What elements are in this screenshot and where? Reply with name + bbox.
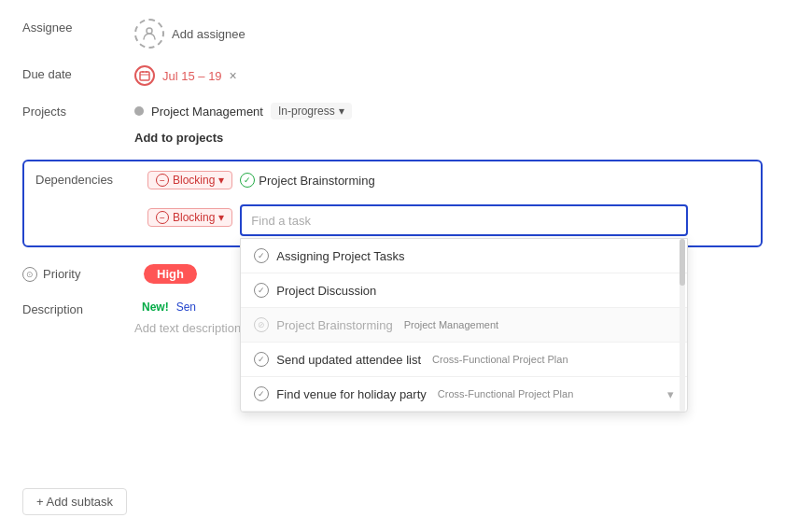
dropdown-item-4[interactable]: ✓ Send updated attendee list Cross-Funct… — [241, 343, 687, 377]
calendar-icon[interactable] — [134, 65, 155, 86]
chevron-down-icon-1: ▾ — [218, 174, 224, 187]
dependencies-rows: − Blocking ▾ ✓ Project Brainstorming − B… — [147, 171, 750, 236]
dependencies-label: Dependencies — [35, 171, 147, 187]
svg-point-0 — [147, 28, 152, 34]
due-date-text[interactable]: Jul 15 – 19 — [162, 69, 222, 83]
status-text: In-progress — [278, 105, 335, 118]
dep-row-2: − Blocking ▾ ✓ Assigning Project Tasks — [147, 204, 750, 236]
item-check-1: ✓ — [254, 248, 269, 263]
project-status-badge[interactable]: In-progress ▾ — [271, 103, 352, 119]
description-label: Description — [22, 301, 134, 316]
minus-icon-2: − — [156, 211, 169, 224]
task-search-input[interactable] — [240, 204, 688, 236]
priority-label: ⊙ Priority — [22, 267, 134, 282]
dropdown-item-2[interactable]: ✓ Project Discussion — [241, 273, 687, 308]
blocking-badge-1[interactable]: − Blocking ▾ — [147, 171, 232, 189]
item-check-2: ✓ — [254, 283, 269, 298]
blocking-text-1: Blocking — [173, 174, 215, 187]
send-link[interactable]: Sen — [176, 301, 196, 314]
dropdown-item-1[interactable]: ✓ Assigning Project Tasks — [241, 239, 687, 273]
due-date-label: Due date — [22, 65, 134, 81]
add-to-projects-button[interactable]: Add to projects — [134, 131, 223, 145]
assignee-label: Assignee — [22, 19, 134, 35]
item-name-2: Project Discussion — [276, 284, 376, 298]
task-panel: Assignee Add assignee Due date — [0, 0, 785, 532]
projects-label: Projects — [22, 103, 134, 119]
task-dropdown: ✓ Assigning Project Tasks ✓ Project Disc… — [240, 238, 688, 413]
assignee-value: Add assignee — [134, 19, 245, 49]
item-check-4: ✓ — [254, 352, 269, 367]
add-assignee-text[interactable]: Add assignee — [172, 27, 245, 41]
new-badge: New! — [142, 301, 169, 314]
dropdown-item-5[interactable]: ✓ Find venue for holiday party Cross-Fun… — [241, 377, 687, 412]
project-dot — [134, 106, 144, 116]
assignee-row: Assignee Add assignee — [22, 19, 763, 49]
dep-row-1: − Blocking ▾ ✓ Project Brainstorming — [147, 171, 750, 189]
blocking-badge-2[interactable]: − Blocking ▾ — [147, 208, 232, 227]
projects-row: Projects Project Management In-progress … — [22, 103, 763, 119]
chevron-down-icon-2: ▾ — [218, 211, 224, 224]
priority-badge[interactable]: High — [144, 264, 197, 284]
item-check-3: ⊘ — [254, 317, 269, 332]
blocking-text-2: Blocking — [173, 211, 215, 224]
assignee-icon[interactable] — [134, 19, 164, 49]
chevron-down-icon: ▾ — [339, 105, 344, 118]
task-search-container: ✓ Assigning Project Tasks ✓ Project Disc… — [240, 204, 750, 236]
item-sub-4: Cross-Functional Project Plan — [432, 354, 568, 365]
dropdown-item-3: ⊘ Project Brainstorming Project Manageme… — [241, 308, 687, 343]
task-chip-1: ✓ Project Brainstorming — [240, 173, 374, 188]
add-subtask-button[interactable]: + Add subtask — [22, 488, 127, 515]
svg-rect-1 — [140, 72, 149, 80]
task-name-1: Project Brainstorming — [259, 174, 374, 188]
dependencies-section: Dependencies − Blocking ▾ ✓ Project Brai… — [22, 160, 763, 247]
projects-value: Project Management In-progress ▾ — [134, 103, 352, 119]
due-date-clear-button[interactable]: × — [230, 68, 237, 83]
project-name: Project Management — [151, 105, 263, 119]
item-sub-3: Project Management — [404, 319, 499, 330]
minus-icon-1: − — [156, 174, 169, 187]
item-sub-5: Cross-Functional Project Plan — [438, 388, 574, 399]
due-date-row: Due date Jul 15 – 19 × — [22, 65, 763, 86]
priority-icon: ⊙ — [22, 267, 37, 282]
item-name-3: Project Brainstorming — [276, 318, 392, 332]
add-to-projects-row: Add to projects — [22, 127, 763, 145]
check-circle-1: ✓ — [240, 173, 255, 188]
item-name-1: Assigning Project Tasks — [276, 249, 404, 263]
dependencies-content: Dependencies − Blocking ▾ ✓ Project Brai… — [35, 171, 750, 236]
item-name-5: Find venue for holiday party — [276, 387, 426, 401]
scrollbar-track — [680, 239, 685, 412]
due-date-value: Jul 15 – 19 × — [134, 65, 237, 86]
chevron-down-icon-5: ▾ — [667, 387, 674, 401]
scrollbar-thumb[interactable] — [680, 239, 685, 286]
item-name-4: Send updated attendee list — [276, 353, 421, 367]
item-check-5: ✓ — [254, 386, 269, 401]
